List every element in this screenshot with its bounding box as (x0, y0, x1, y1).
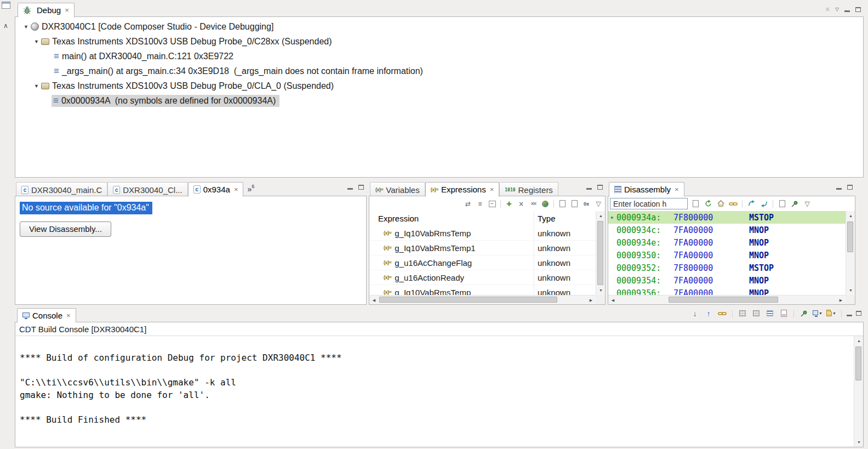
close-icon[interactable]: × (234, 186, 238, 193)
clear-console-icon[interactable] (779, 309, 789, 318)
maximize-icon[interactable] (856, 311, 861, 316)
disassembly-row[interactable]: 00009352: 7F800000 MSTOP (608, 262, 846, 274)
expression-row[interactable]: (x)=g_Iq10VabRmsTemp1 unknown (369, 241, 596, 255)
expression-row-partial[interactable]: (x)=g_Iq10VabRmsTemp unknown (369, 285, 596, 295)
restore-view-icon[interactable] (2, 2, 10, 9)
tab-variables[interactable]: (x)= Variables (370, 182, 425, 197)
display-selected-console-icon[interactable]: ▼ (813, 309, 823, 318)
scroll-lock-icon[interactable] (765, 309, 775, 318)
scroll-left-icon[interactable]: ◀ (369, 295, 379, 305)
expressions-table-header[interactable]: Expression Type (369, 211, 596, 226)
expression-row[interactable]: (x)=g_Iq10VabRmsTemp unknown (369, 226, 596, 241)
tree-item-core-c28xx[interactable]: ▼ Texas Instruments XDS100v3 USB Debug P… (15, 34, 863, 49)
expression-row[interactable]: (x)=g_u16ActionReady unknown (369, 270, 596, 285)
view-menu-icon[interactable]: ▽ (802, 199, 812, 208)
scroll-up-icon[interactable]: ▲ (854, 336, 864, 345)
tab-debug[interactable]: Debug × (18, 3, 75, 18)
remove-all-expressions-icon[interactable]: ×× (528, 199, 538, 208)
console-line: **** Build Finished **** (20, 414, 854, 427)
close-icon[interactable]: × (675, 186, 679, 193)
tree-item-frame-selected[interactable]: ≡ 0x0000934A (no symbols are defined for… (15, 93, 863, 108)
horizontal-scrollbar[interactable]: ◀ ▶ (608, 295, 846, 304)
minimize-icon[interactable] (847, 315, 852, 316)
tab-registers[interactable]: 1010 Registers (499, 182, 558, 197)
minimize-icon[interactable] (347, 188, 353, 190)
location-input[interactable] (610, 198, 688, 209)
number-format-icon[interactable]: 0x (581, 199, 591, 208)
disassembly-row[interactable]: 0000934c: 7FA00000 MNOP (608, 224, 846, 236)
pin-console-icon[interactable] (799, 309, 809, 318)
open-console-icon[interactable]: ▼ (826, 309, 836, 318)
vertical-scrollbar[interactable]: ▲ ▼ (854, 336, 863, 447)
previous-error-icon[interactable]: ↑ (704, 309, 713, 318)
next-error-icon[interactable]: ↓ (690, 309, 700, 318)
scroll-left-icon[interactable]: ◀ (608, 295, 618, 305)
view-menu-icon[interactable]: ▽ (835, 7, 839, 12)
minimize-icon[interactable] (836, 188, 842, 190)
disassembly-row-current[interactable]: ▶ 0000934a: 7F800000 MSTOP (608, 211, 846, 224)
disassembly-row[interactable]: 00009350: 7FA00000 MNOP (608, 249, 846, 262)
scroll-up-icon[interactable]: ▲ (846, 211, 855, 220)
tab-overflow-chevron[interactable]: »6 (247, 185, 254, 193)
maximize-icon[interactable] (358, 185, 364, 190)
tab-dxr30040-cl[interactable]: c DXR30040_Cl... (107, 182, 187, 197)
scroll-down-icon[interactable]: ▼ (854, 437, 864, 447)
refresh-expressions-icon[interactable] (540, 199, 550, 208)
refresh-icon[interactable] (703, 199, 713, 208)
link-with-debug-context-icon[interactable] (728, 199, 738, 208)
expand-arrow-icon[interactable]: ▼ (32, 83, 41, 89)
close-icon[interactable]: × (65, 7, 69, 14)
view-disassembly-button[interactable]: View Disassembly... (20, 221, 111, 237)
new-disassembly-view-icon[interactable] (777, 199, 787, 208)
refresh-view-icon[interactable] (759, 199, 769, 208)
disassembly-listing[interactable]: ▶ 0000934a: 7F800000 MSTOP 0000934c: 7FA… (608, 211, 846, 295)
scroll-up-icon[interactable]: ▲ (596, 211, 606, 220)
show-logical-structure-icon[interactable]: ≡ (475, 199, 485, 208)
export-expressions-icon[interactable] (569, 199, 579, 208)
disassembly-row[interactable]: 00009354: 7FA00000 MNOP (608, 274, 846, 287)
scroll-down-icon[interactable]: ▼ (596, 286, 606, 295)
disassembly-row[interactable]: 0000934e: 7FA00000 MNOP (608, 236, 846, 249)
disassembly-row-partial[interactable]: 00009356: 7FA00000 MNOP (608, 287, 846, 295)
tab-disassembly[interactable]: Disassembly × (609, 182, 684, 197)
show-error-in-editor-icon[interactable] (717, 309, 727, 318)
maximize-icon[interactable] (847, 185, 853, 190)
show-type-names-icon[interactable]: ⇄ (463, 199, 473, 208)
tab-dxr30040-main[interactable]: c DXR30040_main.C (16, 182, 107, 197)
horizontal-scrollbar[interactable]: ◀ ▶ (369, 295, 596, 304)
tree-item-frame-args-main[interactable]: ≡ _args_main() at args_main.c:34 0x3E9D1… (15, 64, 863, 78)
home-icon[interactable] (716, 199, 726, 208)
vertical-scrollbar[interactable]: ▲ ▼ (846, 211, 855, 295)
expand-arrow-icon[interactable]: ▼ (21, 24, 31, 30)
up-chevron-icon[interactable]: ∧ (3, 22, 8, 30)
scroll-right-icon[interactable]: ▶ (586, 295, 596, 305)
maximize-icon[interactable] (855, 7, 861, 12)
tab-expressions[interactable]: (x)= Expressions × (425, 182, 500, 197)
scroll-down-icon[interactable]: ▼ (846, 286, 855, 295)
pin-view-icon[interactable] (790, 199, 800, 208)
maximize-icon[interactable] (597, 185, 603, 190)
minimize-icon[interactable] (844, 10, 850, 12)
vertical-scrollbar[interactable]: ▲ ▼ (596, 211, 605, 295)
add-expression-icon[interactable]: + (504, 199, 514, 208)
remove-expression-icon[interactable]: × (516, 199, 526, 208)
copy-expressions-icon[interactable] (557, 199, 567, 208)
tree-item-core-cla0[interactable]: ▼ Texas Instruments XDS100v3 USB Debug P… (15, 78, 863, 93)
collapse-all-icon[interactable]: − (487, 199, 497, 208)
minimize-icon[interactable] (586, 188, 592, 190)
remove-all-terminated-icon[interactable]: × (825, 5, 830, 14)
edit-location-icon[interactable] (690, 199, 700, 208)
close-icon[interactable]: × (490, 186, 494, 193)
tab-console[interactable]: Console × (17, 308, 76, 323)
tab-0x934a[interactable]: c 0x934a × (188, 182, 244, 197)
jump-to-pc-icon[interactable] (746, 199, 756, 208)
expression-row[interactable]: (x)=g_u16AcChangeFlag unknown (369, 255, 596, 270)
export-build-log-icon[interactable] (738, 309, 747, 318)
close-icon[interactable]: × (66, 312, 71, 319)
scroll-right-icon[interactable]: ▶ (836, 295, 846, 305)
tree-item-frame-main[interactable]: ≡ main() at DXR30040_main.C:121 0x3E9722 (15, 49, 863, 64)
expand-arrow-icon[interactable]: ▼ (32, 39, 41, 44)
word-wrap-icon[interactable] (751, 309, 761, 318)
view-menu-icon[interactable]: ▽ (593, 199, 603, 208)
tree-item-launch[interactable]: ▼ DXR30040C1 [Code Composer Studio - Dev… (15, 19, 863, 34)
